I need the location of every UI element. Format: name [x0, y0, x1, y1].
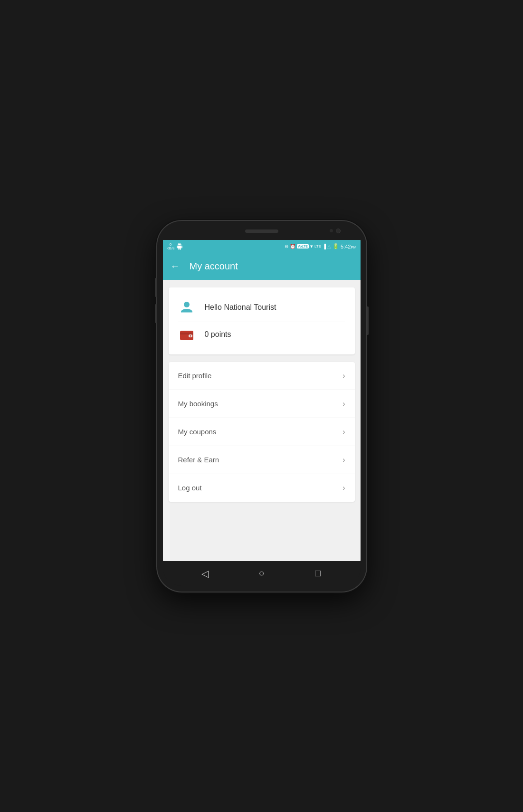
- edit-profile-item[interactable]: Edit profile ›: [169, 362, 355, 390]
- my-bookings-item[interactable]: My bookings ›: [169, 390, 355, 418]
- status-left: 0KB/s: [167, 243, 183, 250]
- my-bookings-label: My bookings: [178, 400, 218, 408]
- data-speed: 0KB/s: [167, 243, 175, 250]
- log-out-label: Log out: [178, 484, 202, 492]
- battery-icon: 🔋: [333, 243, 339, 249]
- edit-profile-label: Edit profile: [178, 372, 212, 380]
- points-row: 0 points: [178, 322, 345, 347]
- user-greeting: Hello National Tourist: [205, 303, 276, 312]
- do-not-disturb-icon: ⊖: [285, 244, 288, 249]
- my-coupons-label: My coupons: [178, 428, 217, 436]
- wallet-icon: [178, 326, 195, 343]
- user-avatar-icon: [178, 299, 195, 316]
- phone-top-bar: [163, 228, 361, 238]
- power-button[interactable]: [367, 306, 369, 335]
- phone-device: 0KB/s ⊖ ⏰ VoLTE ▾ LTE ▐ △ 🔋 5:42PM: [157, 221, 366, 592]
- volume-down-button[interactable]: [155, 304, 157, 323]
- signal-icon2: △: [327, 244, 331, 249]
- status-time: 5:42PM: [341, 244, 356, 249]
- back-button[interactable]: ←: [171, 261, 180, 272]
- wifi-icon: ▾: [310, 243, 313, 249]
- refer-earn-label: Refer & Earn: [178, 456, 219, 464]
- front-camera: [336, 229, 341, 233]
- main-content: Hello National Tourist 0 points Edit: [163, 280, 361, 561]
- profile-card: Hello National Tourist 0 points: [169, 287, 355, 354]
- my-coupons-chevron-icon: ›: [342, 428, 345, 436]
- svg-point-4: [190, 335, 191, 336]
- bottom-navigation: ◁ ○ □: [163, 561, 361, 586]
- points-value: 0 points: [205, 330, 231, 339]
- speaker-grill: [245, 229, 278, 233]
- menu-card: Edit profile › My bookings › My coupons …: [169, 362, 355, 502]
- log-out-chevron-icon: ›: [342, 484, 345, 492]
- status-bar: 0KB/s ⊖ ⏰ VoLTE ▾ LTE ▐ △ 🔋 5:42PM: [163, 240, 361, 253]
- username-row: Hello National Tourist: [178, 295, 345, 320]
- nav-back-button[interactable]: ◁: [197, 565, 214, 582]
- edit-profile-chevron-icon: ›: [342, 372, 345, 380]
- status-right: ⊖ ⏰ VoLTE ▾ LTE ▐ △ 🔋 5:42PM: [285, 243, 357, 249]
- refer-earn-item[interactable]: Refer & Earn ›: [169, 446, 355, 474]
- volume-up-button[interactable]: [155, 278, 157, 297]
- nav-home-button[interactable]: ○: [253, 565, 270, 582]
- my-coupons-item[interactable]: My coupons ›: [169, 418, 355, 446]
- my-bookings-chevron-icon: ›: [342, 400, 345, 408]
- signal-icon: ▐: [323, 244, 326, 249]
- refer-earn-chevron-icon: ›: [342, 456, 345, 464]
- volte-badge: VoLTE: [297, 244, 309, 248]
- phone-screen: 0KB/s ⊖ ⏰ VoLTE ▾ LTE ▐ △ 🔋 5:42PM: [163, 240, 361, 561]
- app-bar-title: My account: [190, 261, 238, 272]
- nav-recent-button[interactable]: □: [309, 565, 326, 582]
- svg-rect-2: [180, 333, 193, 334]
- log-out-item[interactable]: Log out ›: [169, 474, 355, 502]
- svg-point-0: [184, 302, 190, 307]
- app-bar: ← My account: [163, 253, 361, 280]
- alarm-icon: ⏰: [290, 244, 295, 249]
- android-icon: [176, 243, 183, 250]
- lte-label: LTE: [314, 244, 321, 248]
- sensor: [330, 229, 333, 232]
